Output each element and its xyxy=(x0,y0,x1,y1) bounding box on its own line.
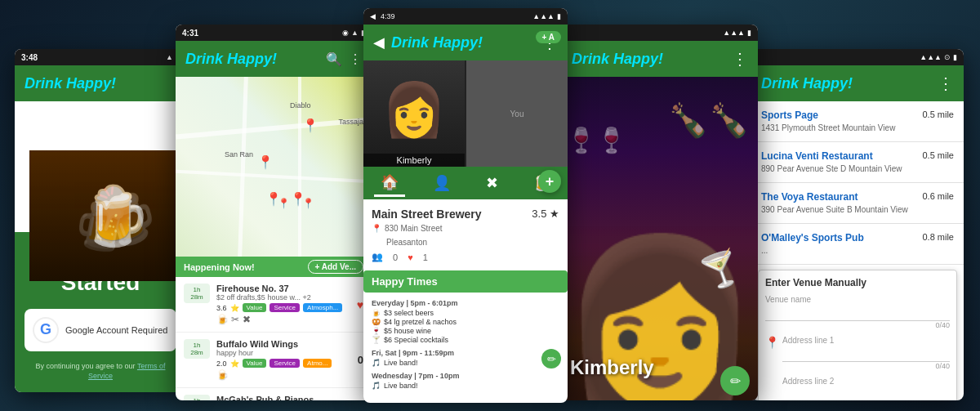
venue-header: Main Street Brewery 3.5 ★ xyxy=(372,208,559,221)
location-icon: ◉ xyxy=(342,29,349,37)
google-required-box[interactable]: G Google Account Required xyxy=(24,309,176,351)
wifi-icon-2: ▲ xyxy=(351,29,359,37)
tag-service-0: Service xyxy=(270,303,300,312)
app-title-5: Drink Happy! xyxy=(761,75,853,92)
back-btn-3[interactable]: ◀ xyxy=(373,34,385,51)
deal-2-0: 🎵Live band! xyxy=(372,382,559,390)
wifi-icon-5: ⊙ xyxy=(944,53,951,61)
address-row: 📍 Address line 1 0/40 Address line 2 xyxy=(765,336,950,400)
back-icon[interactable]: ◀ xyxy=(370,12,376,20)
venue-title: Main Street Brewery xyxy=(372,208,482,221)
beer-icon: 🍺 xyxy=(372,309,381,317)
manual-entry-form: Enter Venue Manually Venue name 0/40 📍 A… xyxy=(758,270,957,400)
venue-name-field: Venue name 0/40 xyxy=(765,295,950,329)
tag-value-1: Value xyxy=(243,359,267,368)
app-title-2: Drink Happy! xyxy=(185,51,277,68)
venue-list-info-3: O'Malley's Sports Pub ... xyxy=(761,232,864,256)
venue-name-counter: 0/40 xyxy=(765,321,950,329)
deal-0-0: 🍺$3 select beers xyxy=(372,309,559,317)
music-icon-2: 🎵 xyxy=(372,382,381,390)
checkin-icon: 👥 xyxy=(372,252,383,262)
time-3: 4:39 xyxy=(381,12,395,20)
app-title-1: Drink Happy! xyxy=(24,75,116,92)
venue-list-name-0: Sports Page xyxy=(761,109,895,121)
app-bar-5: Drink Happy! ⋮ xyxy=(751,65,964,101)
happy-times-header: Happy Times xyxy=(363,270,568,293)
venue-list-item-1[interactable]: Lucina Venti Restaurant 890 Pear Avenue … xyxy=(751,142,964,183)
venue-name-1: Buffalo Wild Wings xyxy=(216,339,351,349)
venue-list-item-2[interactable]: The Voya Restaurant 390 Pear Avenue Suit… xyxy=(751,183,964,224)
venue-item-1[interactable]: 1h 28m Buffalo Wild Wings happy hour 2.0… xyxy=(176,333,372,388)
more-icon-4[interactable]: ⋮ xyxy=(732,49,748,69)
star-icon-0: ⭐ xyxy=(230,304,239,312)
star-icon-1: ⭐ xyxy=(230,360,239,368)
bottles-left: 🍷🍷 xyxy=(566,126,626,154)
venue-list-item-3[interactable]: O'Malley's Sports Pub ... 0.8 mile xyxy=(751,224,964,265)
tab-menu[interactable]: ✖ xyxy=(479,171,505,195)
profile-strip: Kimberly You + A xyxy=(363,60,568,167)
venue-item-2[interactable]: 1h 28m McGah's Pub & Pianos $6 select co… xyxy=(176,388,372,400)
heart-icon-detail[interactable]: ♥ xyxy=(408,252,413,262)
venue-list-info-0: Sports Page 1431 Plymouth Street Mountai… xyxy=(761,109,895,133)
map-view[interactable]: Diablo San Ran Tassaja 📍 📍 📍 📍 📍 📍 xyxy=(176,77,372,257)
battery-icon-4: ▮ xyxy=(747,29,751,37)
venue-time-1: 1h 28m xyxy=(184,339,210,359)
more-icon-2[interactable]: ⋮ xyxy=(349,51,362,67)
map-pin-2[interactable]: 📍 xyxy=(257,154,274,170)
map-pin-5[interactable]: 📍 xyxy=(278,198,290,209)
venue-deal-1: happy hour xyxy=(216,349,351,357)
venue-info-0: Firehouse No. 37 $2 off drafts,$5 house … xyxy=(216,284,350,325)
tab-profile[interactable]: 👤 xyxy=(426,171,457,195)
deal-1-0: 🎵Live band! xyxy=(372,359,559,367)
venue-icons-1: 🍺 xyxy=(216,369,351,381)
search-icon-2[interactable]: 🔍 xyxy=(326,51,342,67)
add-venue-button[interactable]: + Add Ve... xyxy=(308,260,363,274)
map-pin-6[interactable]: 📍 xyxy=(302,198,314,209)
deal-0-1: 🥨$4 lg pretzel & nachos xyxy=(372,318,559,326)
map-pin-1[interactable]: 📍 xyxy=(302,118,318,133)
manual-entry-title: Enter Venue Manually xyxy=(765,277,950,288)
bar-edit-button[interactable]: ✏ xyxy=(720,366,750,395)
tab-info[interactable]: 🏠 xyxy=(374,170,405,197)
status-icons-5: ▲▲▲ ⊙ ▮ xyxy=(920,53,957,61)
status-bar-2: 4:31 ◉ ▲ ▮ xyxy=(176,25,372,41)
signal-icon-5: ▲▲▲ xyxy=(920,53,942,61)
venue-heart-2[interactable]: ♥ xyxy=(357,398,363,400)
venue-list-item-0[interactable]: Sports Page 1431 Plymouth Street Mountai… xyxy=(751,101,964,142)
venue-name-input[interactable] xyxy=(765,307,950,321)
tag-atmos-0: Atmosph... xyxy=(303,303,342,312)
deal-0-2: 🍷$5 house wine xyxy=(372,327,559,335)
address-line1-input[interactable] xyxy=(782,348,950,362)
deal-0-3: 🍸$6 Special cocktails xyxy=(372,336,559,344)
music-icon: 🎵 xyxy=(372,359,381,367)
venue-list-addr-3: ... xyxy=(761,245,864,256)
detail-content: Main Street Brewery 3.5 ★ 📍 830 Main Str… xyxy=(363,199,568,403)
venue-rating-1: 2.0 ⭐ Value Service Atmo... xyxy=(216,359,351,368)
edit-special-btn[interactable]: ✏ xyxy=(541,349,561,369)
status-icons-2: ◉ ▲ ▮ xyxy=(342,29,365,37)
signal-icon-4: ▲▲▲ xyxy=(723,29,745,37)
star-large: ★ xyxy=(550,208,559,220)
tag-value-0: Value xyxy=(243,303,267,312)
venue-info-1: Buffalo Wild Wings happy hour 2.0 ⭐ Valu… xyxy=(216,339,351,381)
bottles-icon: 🍾🍾 xyxy=(668,101,750,140)
venue-time-0: 1h 28m xyxy=(184,284,210,303)
address-line2-label: Address line 2 xyxy=(782,377,950,386)
pin-icon-detail: 📍 xyxy=(372,224,381,233)
venue-heart-0[interactable]: ♥ xyxy=(357,298,363,311)
venue-list-dist-3: 0.8 mile xyxy=(922,232,954,242)
happy-time-1: Fri, Sat | 9pm - 11:59pm 🎵Live band! xyxy=(372,349,559,367)
more-icon-5[interactable]: ⋮ xyxy=(938,74,954,93)
profile-photo-kimberly[interactable]: Kimberly xyxy=(363,60,465,167)
address-line2-input[interactable] xyxy=(782,389,950,400)
venue-list-name-3: O'Malley's Sports Pub xyxy=(761,232,864,243)
address-line1-counter: 0/40 xyxy=(782,362,950,370)
add-special-btn[interactable]: + xyxy=(538,170,561,193)
bar-photo: 🍾🍾 🍷🍷 👩 🍸 Kimberly ✂ $20 pitcher ✖ Appet… xyxy=(562,77,758,400)
profile-photo-you[interactable]: You xyxy=(466,60,568,167)
back-area[interactable]: ◀ 4:39 xyxy=(370,12,395,20)
venue-item-0[interactable]: 1h 28m Firehouse No. 37 $2 off drafts,$5… xyxy=(176,277,372,333)
address-line1-field: Address line 1 0/40 xyxy=(782,336,950,370)
address-line2-field: Address line 2 xyxy=(782,377,950,400)
add-photo-btn[interactable]: + A xyxy=(536,31,561,43)
